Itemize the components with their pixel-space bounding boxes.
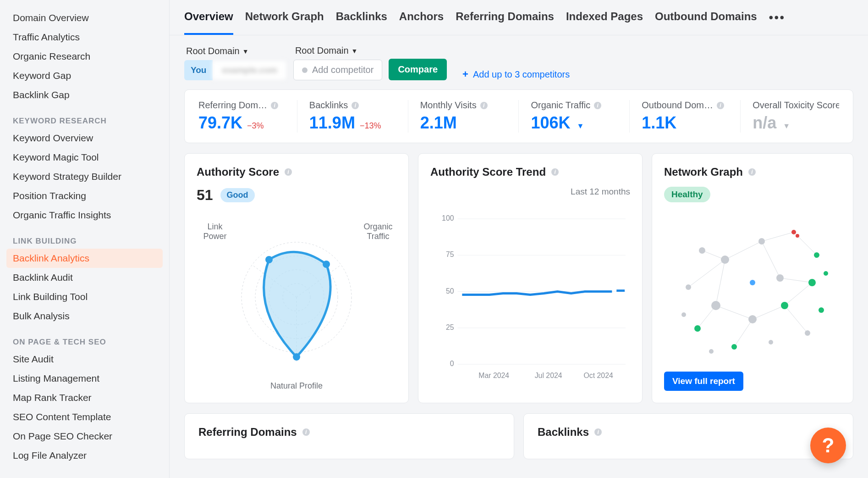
svg-line-35 xyxy=(780,278,812,283)
info-icon[interactable]: i xyxy=(748,168,756,176)
sidebar-item[interactable]: Keyword Magic Tool xyxy=(6,148,163,167)
sidebar-item[interactable]: Site Audit xyxy=(6,350,163,369)
bottom-row: Referring Domains i Backlinks i xyxy=(184,413,853,459)
chevron-down-icon: ▼ xyxy=(352,47,358,55)
radar-chart xyxy=(228,224,365,371)
info-icon[interactable]: i xyxy=(285,168,292,176)
dot-icon xyxy=(302,67,308,73)
metric-value: n/a xyxy=(753,113,776,133)
scope-label: Root Domain xyxy=(295,45,349,56)
competitor-placeholder: Add competitor xyxy=(312,65,374,75)
sidebar-item[interactable]: Keyword Gap xyxy=(6,66,163,85)
you-chip[interactable]: You xyxy=(184,60,213,80)
metric-value: 2.1M xyxy=(420,113,457,133)
svg-text:50: 50 xyxy=(446,287,454,295)
sidebar-item[interactable]: Bulk Analysis xyxy=(6,306,163,326)
sidebar-item-backlink-analytics[interactable]: Backlink Analytics xyxy=(6,249,163,268)
metric-organic-traffic[interactable]: Organic Traffici 106K▼ xyxy=(519,100,630,133)
tab-anchors[interactable]: Anchors xyxy=(399,10,444,35)
svg-point-53 xyxy=(805,330,810,336)
metric-toxicity[interactable]: Overall Toxicity Scorei n/a▼ xyxy=(741,100,851,133)
info-icon[interactable]: i xyxy=(717,102,724,109)
sidebar-item[interactable]: On Page SEO Checker xyxy=(6,427,163,446)
plus-icon: + xyxy=(462,68,468,80)
svg-text:0: 0 xyxy=(450,360,454,367)
metric-monthly-visits[interactable]: Monthly Visitsi 2.1M xyxy=(408,100,519,133)
radar-axis-label: Link Power xyxy=(197,222,233,241)
tab-indexed-pages[interactable]: Indexed Pages xyxy=(566,10,643,35)
main: Overview Network Graph Backlinks Anchors… xyxy=(170,0,868,478)
sidebar-item[interactable]: Domain Overview xyxy=(6,8,163,28)
add-competitors-link[interactable]: + Add up to 3 competitors xyxy=(462,68,570,80)
sidebar-item[interactable]: Map Rank Tracker xyxy=(6,388,163,407)
svg-text:Jul 2024: Jul 2024 xyxy=(535,372,562,379)
sidebar-item[interactable]: Organic Research xyxy=(6,47,163,66)
svg-point-55 xyxy=(769,340,773,345)
sidebar-item[interactable]: Keyword Overview xyxy=(6,128,163,148)
sidebar-item[interactable]: Traffic Analytics xyxy=(6,28,163,47)
svg-point-40 xyxy=(721,256,729,264)
svg-line-25 xyxy=(725,241,762,260)
competitor-input[interactable]: Add competitor xyxy=(293,60,383,80)
sidebar-item[interactable]: Listing Management xyxy=(6,369,163,388)
info-icon[interactable]: i xyxy=(594,102,601,109)
metric-label: Backlinks xyxy=(309,100,348,111)
tab-overview[interactable]: Overview xyxy=(184,10,233,35)
help-button[interactable]: ? xyxy=(810,428,846,463)
card-title-text: Backlinks xyxy=(538,426,589,439)
info-icon[interactable]: i xyxy=(551,168,559,176)
card-title-text: Referring Domains xyxy=(198,426,297,439)
sidebar-heading-onpage: ON PAGE & TECH SEO xyxy=(6,326,163,350)
sidebar-item[interactable]: Link Building Tool xyxy=(6,287,163,306)
svg-point-43 xyxy=(796,234,799,238)
tab-backlinks[interactable]: Backlinks xyxy=(336,10,387,35)
metric-label: Referring Dom… xyxy=(198,100,267,111)
network-graph-svg xyxy=(670,214,835,361)
sidebar-item[interactable]: Organic Traffic Insights xyxy=(6,206,163,225)
sidebar-item[interactable]: Position Tracking xyxy=(6,186,163,206)
info-icon[interactable]: i xyxy=(352,102,359,109)
scope-select-competitor[interactable]: Root Domain ▼ xyxy=(293,44,383,57)
info-icon[interactable]: i xyxy=(302,428,310,436)
cards-row: Authority Score i 51 Good Link Power Org… xyxy=(184,153,853,403)
svg-text:25: 25 xyxy=(446,323,454,331)
tab-network-graph[interactable]: Network Graph xyxy=(245,10,324,35)
svg-point-58 xyxy=(819,307,824,313)
svg-point-8 xyxy=(323,261,330,268)
info-icon[interactable]: i xyxy=(480,102,488,109)
info-icon[interactable]: i xyxy=(594,428,602,436)
card-title-text: Authority Score xyxy=(197,166,279,178)
metric-label: Overall Toxicity Score xyxy=(753,100,839,111)
svg-line-26 xyxy=(762,232,794,241)
sidebar-item[interactable]: SEO Content Template xyxy=(6,407,163,427)
svg-line-24 xyxy=(688,260,725,287)
metric-referring-domains[interactable]: Referring Dom…i 79.7K−3% xyxy=(187,100,297,133)
view-full-report-button[interactable]: View full report xyxy=(664,372,743,391)
svg-point-54 xyxy=(731,344,737,350)
trend-chart: 100 75 50 25 0 xyxy=(430,201,630,391)
tab-more-icon[interactable]: ••• xyxy=(769,11,786,35)
sidebar-item[interactable]: Log File Analyzer xyxy=(6,446,163,465)
sidebar-item[interactable]: Backlink Audit xyxy=(6,268,163,287)
svg-point-48 xyxy=(750,280,755,285)
chevron-down-icon[interactable]: ▼ xyxy=(577,122,584,130)
svg-point-46 xyxy=(776,274,784,282)
card-referring-domains: Referring Domains i xyxy=(184,413,514,459)
sidebar: Domain Overview Traffic Analytics Organi… xyxy=(0,0,170,478)
tab-outbound-domains[interactable]: Outbound Domains xyxy=(655,10,757,35)
chevron-down-icon[interactable]: ▼ xyxy=(783,122,790,130)
tab-referring-domains[interactable]: Referring Domains xyxy=(456,10,554,35)
card-authority-score: Authority Score i 51 Good Link Power Org… xyxy=(184,153,409,403)
card-backlinks: Backlinks i xyxy=(523,413,853,459)
sidebar-item[interactable]: Backlink Gap xyxy=(6,85,163,105)
info-icon[interactable]: i xyxy=(271,102,278,109)
sidebar-item[interactable]: Keyword Strategy Builder xyxy=(6,167,163,186)
compare-button[interactable]: Compare xyxy=(389,59,447,80)
authority-score-badge: Good xyxy=(220,188,255,202)
report-tabs: Overview Network Graph Backlinks Anchors… xyxy=(170,0,868,35)
metric-backlinks[interactable]: Backlinksi 11.9M−13% xyxy=(297,100,408,133)
domain-chip[interactable]: example.com xyxy=(213,60,286,80)
scope-select-you[interactable]: Root Domain ▼ xyxy=(184,45,287,57)
svg-point-39 xyxy=(699,247,705,254)
metric-outbound-domains[interactable]: Outbound Dom…i 1.1K xyxy=(630,100,741,133)
